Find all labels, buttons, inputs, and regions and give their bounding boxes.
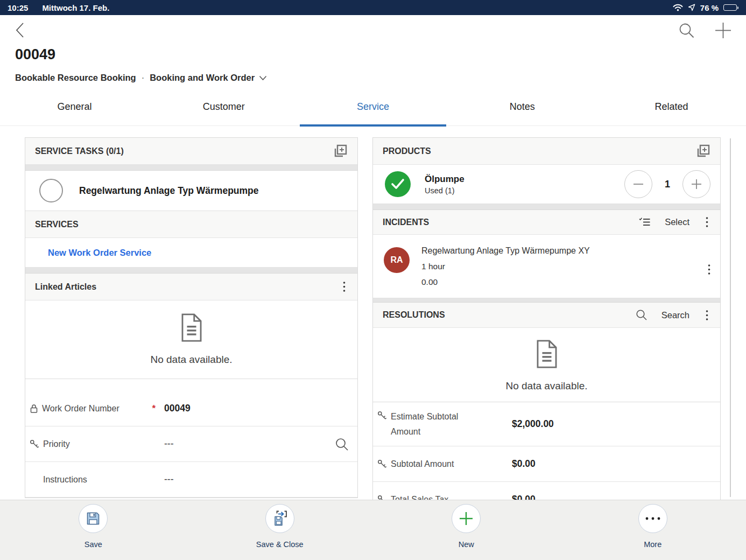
select-button[interactable]: Select: [665, 217, 689, 227]
service-task-row[interactable]: Regelwartung Anlage Typ Wärmepumpe: [25, 171, 357, 211]
search-icon[interactable]: [678, 22, 695, 39]
incident-row[interactable]: RA Regelwartung Anlage Typ Wärmepumpe XY…: [373, 235, 720, 298]
right-fields: Estimate Subtotal Amount $2,000.00 Subto…: [373, 402, 720, 500]
incident-avatar: RA: [384, 247, 410, 273]
key-icon: [377, 459, 387, 469]
add-record-icon[interactable]: [695, 144, 710, 159]
field-label: Instructions: [43, 472, 87, 487]
products-title: PRODUCTS: [383, 146, 431, 156]
new-work-order-service-link[interactable]: New Work Order Service: [48, 248, 151, 258]
field-value: ---: [164, 474, 173, 485]
quantity-decrease-button[interactable]: [624, 170, 652, 198]
more-options-icon[interactable]: [703, 216, 710, 228]
breadcrumb-separator: ·: [142, 73, 145, 83]
field-value: $0.00: [512, 458, 536, 470]
section-gap: [373, 204, 720, 210]
tab-customer[interactable]: Customer: [149, 97, 298, 125]
product-status: Used (1): [425, 186, 465, 195]
form-selector-label: Booking and Work Order: [150, 73, 255, 83]
save-button[interactable]: Save: [0, 500, 187, 560]
key-icon: [377, 495, 387, 500]
lock-icon: [30, 404, 38, 414]
services-header: SERVICES: [25, 211, 357, 238]
document-icon: [180, 313, 203, 342]
section-gap: [25, 165, 357, 171]
more-options-icon[interactable]: [703, 310, 710, 321]
incident-duration: 1 hour: [421, 258, 590, 274]
tab-related[interactable]: Related: [597, 97, 746, 125]
save-icon: [79, 504, 108, 533]
tab-general[interactable]: General: [0, 97, 149, 125]
service-tasks-title: SERVICE TASKS (0/1): [35, 146, 124, 156]
field-value: $0.00: [512, 494, 536, 500]
task-label: Regelwartung Anlage Typ Wärmepumpe: [79, 185, 259, 197]
service-tab-content: SERVICE TASKS (0/1) Regelwartung Anlage …: [0, 137, 746, 500]
empty-text: No data available.: [150, 354, 232, 366]
new-button[interactable]: New: [373, 500, 560, 560]
multiselect-icon[interactable]: [638, 217, 651, 227]
incident-amount: 0.00: [421, 274, 590, 290]
search-icon[interactable]: [636, 309, 648, 321]
services-title: SERVICES: [35, 220, 79, 229]
task-checkbox[interactable]: [39, 179, 63, 202]
back-button[interactable]: [14, 22, 26, 39]
more-options-icon[interactable]: [706, 249, 713, 290]
service-tasks-header: SERVICE TASKS (0/1): [25, 138, 357, 165]
products-header: PRODUCTS: [373, 138, 720, 165]
linked-articles-empty-state: No data available.: [25, 300, 357, 379]
form-selector[interactable]: Booking and Work Order: [150, 73, 267, 83]
more-options-icon[interactable]: [341, 281, 348, 292]
field-instructions[interactable]: Instructions ---: [25, 462, 357, 498]
add-record-icon[interactable]: [333, 144, 348, 159]
search-button[interactable]: Search: [661, 310, 689, 320]
battery-percent: 76 %: [700, 3, 719, 12]
status-date: Mittwoch 17. Feb.: [42, 3, 109, 12]
linked-articles-title: Linked Articles: [35, 282, 96, 292]
status-bar: 10:25 Mittwoch 17. Feb. 76 %: [0, 0, 746, 15]
document-icon: [535, 340, 559, 368]
resolutions-empty-state: No data available.: [373, 328, 720, 402]
save-and-close-button[interactable]: Save & Close: [187, 500, 374, 560]
battery-icon: [723, 4, 737, 11]
breadcrumb: Bookable Resource Booking · Booking and …: [15, 73, 267, 83]
left-panel: SERVICE TASKS (0/1) Regelwartung Anlage …: [25, 137, 358, 498]
location-arrow-icon: [688, 4, 695, 11]
product-quantity: 1: [663, 179, 672, 190]
resolutions-header: RESOLUTIONS Search: [373, 303, 720, 328]
add-icon[interactable]: [714, 22, 732, 39]
field-label: Priority: [43, 437, 70, 452]
tab-notes[interactable]: Notes: [448, 97, 597, 125]
services-new-row: New Work Order Service: [25, 238, 357, 268]
field-label: Estimate Subtotal Amount: [391, 409, 477, 439]
product-row[interactable]: Ölpumpe Used (1) 1: [373, 165, 720, 204]
breadcrumb-entity: Bookable Resource Booking: [15, 73, 136, 83]
required-asterisk: *: [152, 403, 156, 414]
section-gap: [373, 298, 720, 303]
incident-title: Regelwartung Anlage Typ Wärmepumpe XY: [421, 243, 590, 258]
empty-text: No data available.: [505, 380, 587, 392]
more-ellipsis-icon: [638, 504, 667, 533]
resolutions-title: RESOLUTIONS: [383, 310, 445, 320]
chevron-down-icon: [259, 75, 267, 81]
scrollbar[interactable]: [730, 138, 731, 497]
quantity-increase-button[interactable]: [682, 170, 710, 198]
more-label: More: [644, 540, 661, 549]
key-icon: [30, 439, 39, 449]
status-time: 10:25: [8, 3, 28, 12]
lookup-search-icon[interactable]: [335, 437, 349, 451]
field-value: 00049: [164, 403, 191, 414]
field-work-order-number: Work Order Number * 00049: [25, 391, 357, 426]
field-priority[interactable]: Priority ---: [25, 426, 357, 462]
left-fields: Work Order Number * 00049 Priority ---: [25, 379, 357, 498]
field-label: Work Order Number: [42, 401, 119, 416]
product-name: Ölpumpe: [425, 174, 465, 185]
incidents-title: INCIDENTS: [383, 218, 429, 227]
field-value: $2,000.00: [512, 418, 554, 430]
right-panel: PRODUCTS Ölpumpe Used (1) 1: [372, 137, 721, 500]
more-button[interactable]: More: [560, 500, 746, 560]
wifi-icon: [673, 4, 683, 11]
tab-strip: General Customer Service Notes Related: [0, 97, 746, 126]
page-title: 00049: [15, 46, 55, 63]
tab-service[interactable]: Service: [298, 97, 447, 125]
product-used-check-icon: [385, 171, 411, 197]
